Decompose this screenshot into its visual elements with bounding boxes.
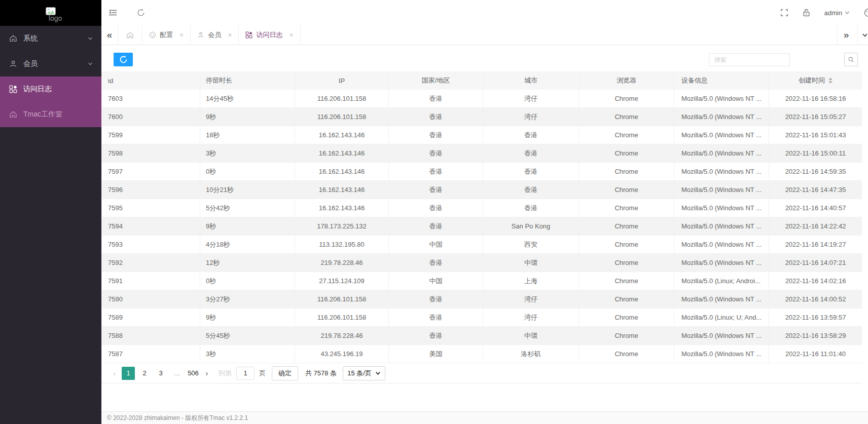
table-row: 7589 9秒 116.206.101.158 香港 湾仔 Chrome Moz…	[102, 309, 862, 327]
table-row: 7596 10分21秒 16.162.143.146 香港 香港 Chrome …	[102, 181, 862, 199]
fullscreen-icon[interactable]	[780, 9, 788, 17]
table-cell: Mozilla/5.0 (Linux; Androi...	[674, 272, 769, 290]
table-cell: Chrome	[579, 217, 674, 235]
table-cell: Chrome	[579, 144, 674, 162]
page-button-3[interactable]: 3	[154, 367, 167, 380]
table-cell: 7598	[102, 144, 200, 162]
tab-member[interactable]: 会员 ×	[191, 25, 239, 45]
table-cell: 香港	[483, 126, 579, 144]
tabs-menu-icon[interactable]	[857, 25, 868, 45]
page-button-2[interactable]: 2	[138, 367, 151, 380]
table-cell: Chrome	[579, 90, 674, 107]
sidebar-active-group: 访问日志 Tmac工作室	[0, 76, 101, 127]
page-size-select[interactable]: 15 条/页	[343, 366, 385, 380]
sidebar-item-label: 系统	[23, 34, 38, 43]
table-cell: 美国	[389, 345, 483, 363]
goto-page-input[interactable]	[236, 367, 255, 380]
sidebar-item-member[interactable]: 会员	[0, 51, 101, 76]
table-cell: Mozilla/5.0 (Windows NT ...	[674, 144, 769, 162]
topbar-right: admin	[780, 8, 868, 17]
table-cell: 16.162.143.146	[295, 144, 389, 162]
table-cell: 香港	[389, 217, 483, 235]
footer: © 2022-2028 zhimakaimen - 版权所有Tmac v1.2.…	[101, 411, 868, 424]
table-row: 7603 14分45秒 116.206.101.158 香港 湾仔 Chrome…	[102, 90, 862, 108]
refresh-page-icon[interactable]	[137, 9, 145, 17]
tab-access-log[interactable]: 访问日志 ×	[239, 25, 300, 45]
table-cell: 2022-11-16 14:22:42	[769, 217, 862, 235]
table-cell: 116.206.101.158	[295, 290, 389, 308]
table-cell: 香港	[389, 90, 483, 107]
table-row: 7587 3秒 43.245.196.19 美国 洛杉矶 Chrome Mozi…	[102, 345, 862, 363]
close-icon[interactable]: ×	[228, 31, 232, 38]
prev-page-icon[interactable]: ‹	[109, 369, 120, 377]
tabs-scroll-left-icon[interactable]: «	[101, 25, 118, 45]
pagination-ellipsis: ...	[170, 367, 184, 380]
page-button-1[interactable]: 1	[122, 367, 135, 380]
table-cell: 西安	[483, 236, 579, 253]
logo: logo	[40, 7, 62, 22]
collapse-sidebar-icon[interactable]	[108, 9, 118, 17]
table-cell: Chrome	[579, 181, 674, 199]
table-cell: 7591	[102, 272, 200, 290]
table-row: 7591 0秒 27.115.124.109 中国 上海 Chrome Mozi…	[102, 272, 862, 290]
table-body: 7603 14分45秒 116.206.101.158 香港 湾仔 Chrome…	[102, 90, 862, 363]
table-cell: Chrome	[579, 126, 674, 144]
table-cell: Mozilla/5.0 (Windows NT ...	[674, 126, 769, 144]
table-cell: 7603	[102, 90, 200, 107]
table-cell: 0秒	[200, 272, 295, 290]
goto-confirm-button[interactable]: 确定	[272, 366, 298, 380]
table-cell: 7596	[102, 181, 200, 199]
user-icon	[9, 60, 17, 68]
refresh-table-button[interactable]	[114, 53, 133, 66]
table-cell: 5分45秒	[200, 327, 295, 344]
table-cell: 7600	[102, 108, 200, 126]
tab-label: 访问日志	[256, 30, 282, 40]
table-cell: 16.162.143.146	[295, 181, 389, 199]
table-cell: 2022-11-16 16:58:16	[769, 90, 862, 107]
sidebar-item-access-log[interactable]: 访问日志	[0, 76, 101, 102]
chevron-down-icon	[862, 32, 868, 38]
table-cell: 113.132.195.80	[295, 236, 389, 253]
tab-home[interactable]	[118, 25, 142, 45]
lock-icon[interactable]	[803, 9, 810, 17]
search-input[interactable]	[709, 53, 790, 66]
table-cell: Chrome	[579, 290, 674, 308]
table-cell: Mozilla/5.0 (Linux; U; And...	[674, 309, 769, 326]
table-cell: 2022-11-16 11:01:40	[769, 345, 862, 363]
logo-alt-text: logo	[49, 14, 62, 22]
sidebar-item-system[interactable]: 系统	[0, 26, 101, 51]
sidebar-item-tmac-studio[interactable]: Tmac工作室	[0, 102, 101, 127]
table-row: 7594 9秒 178.173.225.132 香港 San Po Kong C…	[102, 217, 862, 236]
table-cell: 116.206.101.158	[295, 90, 389, 107]
table-cell: Mozilla/5.0 (Windows NT ...	[674, 90, 769, 107]
sidebar-item-label: Tmac工作室	[23, 110, 62, 119]
refresh-icon	[119, 55, 128, 64]
table-cell: 9秒	[200, 217, 295, 235]
table-row: 7590 3分27秒 116.206.101.158 香港 湾仔 Chrome …	[102, 290, 862, 309]
access-log-table: id 停留时长 IP 国家/地区 城市 浏览器 设备信息 创建时间 7603	[101, 71, 862, 383]
theme-palette-icon[interactable]	[864, 8, 868, 17]
table-cell: 10分21秒	[200, 181, 295, 199]
close-icon[interactable]: ×	[179, 31, 184, 38]
chevron-down-icon	[87, 61, 93, 67]
table-cell: 7595	[102, 199, 200, 217]
table-cell: Mozilla/5.0 (Windows NT ...	[674, 181, 769, 199]
table-cell: 2022-11-16 14:40:57	[769, 199, 862, 217]
content: id 停留时长 IP 国家/地区 城市 浏览器 设备信息 创建时间 7603	[101, 45, 868, 424]
table-cell: Chrome	[579, 199, 674, 217]
user-menu[interactable]: admin	[824, 9, 850, 17]
table-cell: Chrome	[579, 254, 674, 272]
table-cell: 18秒	[200, 126, 295, 144]
table-cell: 香港	[483, 163, 579, 180]
tab-config[interactable]: 配置 ×	[142, 25, 191, 45]
search-button[interactable]	[844, 53, 858, 66]
table-cell: 2022-11-16 13:58:29	[769, 327, 862, 344]
table-cell: 12秒	[200, 254, 295, 272]
sidebar: logo 系统 会员	[0, 0, 101, 424]
page-button-506[interactable]: 506	[187, 367, 200, 380]
next-page-icon[interactable]: ›	[201, 369, 212, 377]
tabs-scroll-right-icon[interactable]: »	[837, 25, 855, 45]
table-cell: 香港	[389, 126, 483, 144]
sort-icon[interactable]	[828, 78, 833, 84]
close-icon[interactable]: ×	[289, 31, 293, 38]
